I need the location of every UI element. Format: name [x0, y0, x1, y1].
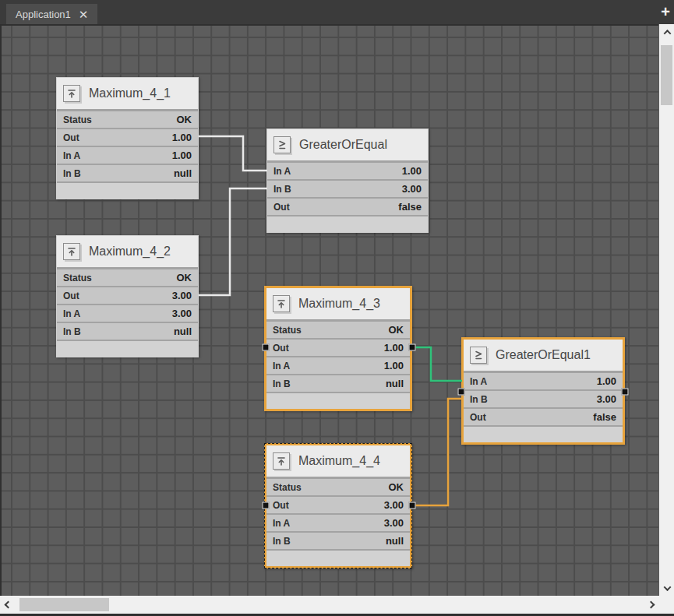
- node-row[interactable]: Out 1.00: [57, 129, 198, 146]
- node-row[interactable]: Out 3.00: [57, 287, 198, 304]
- row-value: OK: [177, 114, 192, 125]
- row-label: Status: [63, 273, 92, 283]
- row-label: Status: [273, 325, 302, 336]
- tab-label: Application1: [16, 9, 71, 20]
- row-label: Out: [273, 202, 290, 213]
- node-row[interactable]: In A 1.00: [57, 147, 198, 164]
- row-value: 3.00: [172, 308, 192, 319]
- vertical-scroll-thumb[interactable]: [661, 45, 672, 105]
- node-maximum-4-2[interactable]: Maximum_4_2 Status OK Out 3.00 In A 3.00…: [56, 235, 199, 357]
- horizontal-scroll-thumb[interactable]: [19, 598, 109, 611]
- row-label: In A: [273, 361, 290, 371]
- connection-handle[interactable]: [622, 389, 629, 396]
- node-row[interactable]: In B null: [57, 323, 198, 340]
- node-greaterorequal[interactable]: GreaterOrEqual In A 1.00 In B 3.00 Out f…: [266, 128, 429, 233]
- row-value: 1.00: [384, 360, 404, 371]
- wire-max41-to-gte-ina[interactable]: [199, 136, 267, 171]
- node-greaterorequal1[interactable]: GreaterOrEqual1 In A 1.00 In B 3.00 Out …: [461, 337, 625, 445]
- node-row[interactable]: In B null: [266, 533, 410, 549]
- node-row[interactable]: In B null: [57, 165, 198, 181]
- maximum-icon: [273, 452, 290, 470]
- node-maximum-4-4[interactable]: Maximum_4_4 Status OK Out 3.00 In A 3.00…: [264, 443, 412, 568]
- tab-application1[interactable]: Application1 ✕: [6, 4, 97, 24]
- row-value: 3.00: [402, 183, 422, 195]
- node-title: Maximum_4_1: [89, 86, 171, 100]
- horizontal-scrollbar[interactable]: [0, 596, 658, 614]
- node-row[interactable]: In B 3.00: [267, 181, 428, 197]
- row-value: 3.00: [384, 517, 404, 529]
- row-value: false: [398, 201, 422, 213]
- node-row[interactable]: Out 1.00: [266, 340, 410, 356]
- node-row[interactable]: In A 3.00: [266, 515, 410, 531]
- chevron-down-icon: [663, 583, 671, 591]
- node-header[interactable]: Maximum_4_1: [57, 78, 198, 109]
- node-maximum-4-3[interactable]: Maximum_4_3 Status OK Out 1.00 In A 1.00…: [264, 286, 412, 411]
- node-footer: [266, 551, 410, 566]
- node-title: Maximum_4_2: [89, 245, 171, 259]
- diagram-canvas[interactable]: Maximum_4_1 Status OK Out 1.00 In A 1.00…: [0, 24, 658, 596]
- node-header[interactable]: GreaterOrEqual1: [464, 340, 623, 371]
- row-value: 3.00: [597, 393, 616, 405]
- node-row[interactable]: Status OK: [266, 479, 410, 495]
- row-label: In B: [470, 394, 488, 405]
- scroll-up-button[interactable]: [659, 24, 674, 40]
- chevron-left-icon: [4, 600, 12, 608]
- node-row[interactable]: Status OK: [266, 322, 410, 338]
- node-title: GreaterOrEqual: [299, 138, 387, 152]
- wire-max43-to-gte1-ina[interactable]: [412, 347, 462, 381]
- row-label: In B: [273, 184, 291, 195]
- row-value: 3.00: [172, 290, 192, 301]
- node-row[interactable]: Out 3.00: [266, 497, 410, 513]
- wire-max44-to-gte1-inb[interactable]: [412, 399, 462, 505]
- node-row[interactable]: In A 1.00: [267, 163, 428, 179]
- row-value: null: [386, 378, 404, 389]
- row-label: Out: [63, 132, 79, 143]
- node-row[interactable]: In A 1.00: [266, 357, 410, 374]
- connection-handle[interactable]: [409, 344, 416, 351]
- scroll-right-button[interactable]: [643, 597, 658, 612]
- node-header[interactable]: GreaterOrEqual: [267, 129, 428, 160]
- row-value: 1.00: [597, 375, 616, 387]
- connection-handle[interactable]: [409, 502, 416, 509]
- node-row[interactable]: Out false: [464, 409, 623, 425]
- tab-close-icon[interactable]: ✕: [79, 9, 89, 20]
- row-value: OK: [389, 324, 404, 336]
- scroll-down-button[interactable]: [659, 580, 674, 596]
- row-value: null: [386, 535, 404, 547]
- node-row[interactable]: In B null: [266, 375, 410, 392]
- row-label: Out: [273, 500, 289, 511]
- row-label: In A: [63, 150, 80, 161]
- wire-max42-to-gte-inb[interactable]: [199, 188, 267, 295]
- connection-handle[interactable]: [263, 502, 270, 509]
- scroll-left-button[interactable]: [0, 597, 16, 612]
- row-label: In B: [63, 168, 81, 179]
- node-title: GreaterOrEqual1: [496, 348, 591, 362]
- greater-or-equal-icon: [273, 136, 291, 153]
- row-label: In A: [63, 308, 80, 319]
- node-header[interactable]: Maximum_4_2: [57, 236, 198, 267]
- connection-handle[interactable]: [458, 389, 465, 396]
- node-maximum-4-1[interactable]: Maximum_4_1 Status OK Out 1.00 In A 1.00…: [56, 77, 199, 199]
- maximum-icon: [63, 85, 80, 102]
- node-row[interactable]: Status OK: [57, 269, 198, 286]
- connection-handle[interactable]: [263, 344, 270, 351]
- row-value: 1.00: [172, 132, 192, 143]
- chevron-right-icon: [647, 600, 655, 608]
- node-row[interactable]: Out false: [267, 199, 428, 215]
- node-row[interactable]: In A 1.00: [464, 373, 623, 389]
- row-label: In B: [273, 536, 291, 547]
- node-footer: [464, 427, 623, 442]
- add-tab-icon[interactable]: +: [661, 3, 670, 21]
- node-row[interactable]: In A 3.00: [57, 305, 198, 322]
- maximum-icon: [63, 243, 80, 260]
- node-row[interactable]: In B 3.00: [464, 391, 623, 407]
- maximum-icon: [273, 295, 290, 312]
- greater-or-equal-icon: [470, 347, 487, 364]
- node-header[interactable]: Maximum_4_4: [266, 445, 410, 477]
- row-label: In B: [273, 378, 291, 389]
- row-value: null: [174, 167, 192, 179]
- node-footer: [57, 341, 198, 357]
- vertical-scrollbar[interactable]: [658, 24, 674, 596]
- node-row[interactable]: Status OK: [57, 111, 198, 128]
- node-header[interactable]: Maximum_4_3: [266, 288, 410, 319]
